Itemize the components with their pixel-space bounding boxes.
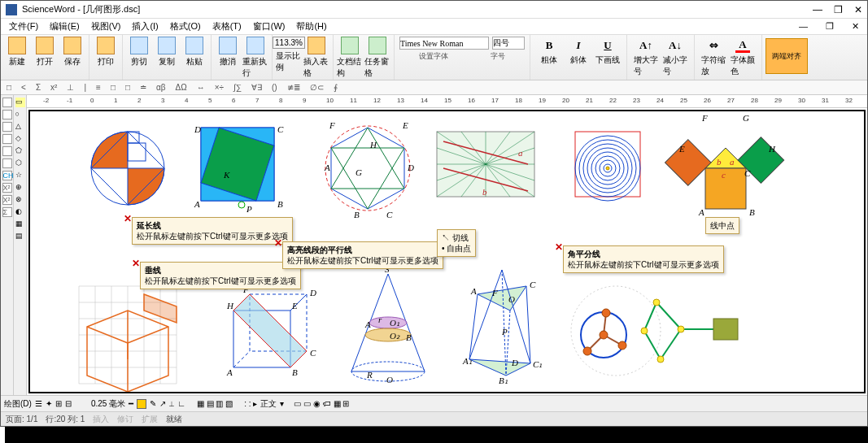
svg-text:A₁: A₁ (462, 356, 472, 366)
maximize-button[interactable]: ❐ (834, 4, 843, 15)
svg-point-151 (653, 299, 660, 306)
draw-label[interactable]: 绘图(D) (4, 398, 32, 410)
svg-rect-3 (128, 143, 146, 161)
paste-button[interactable]: 粘贴 (181, 37, 207, 67)
svg-rect-61 (665, 140, 712, 186)
menu-edit[interactable]: 编辑(E) (45, 19, 85, 34)
font-color-button[interactable]: A字体颜色 (731, 38, 755, 77)
svg-text:b: b (717, 157, 722, 167)
tooltip-parallel: 高亮线段的平行线松开鼠标左键前按下Ctrl键可显示更多选项 (282, 241, 443, 269)
svg-line-147 (644, 331, 661, 359)
menu-window[interactable]: 窗口(W) (248, 19, 290, 34)
shrink-font-button[interactable]: A↓减小字号 (663, 38, 687, 77)
document-canvas[interactable]: D C A B K P A B C D E F G H a b (28, 110, 866, 393)
tooltip-bisector: 角平分线松开鼠标左键前按下Ctrl键可显示更多选项 (563, 245, 724, 273)
horizontal-ruler: -2-1012345678910111213141516171819202122… (27, 95, 867, 108)
svg-line-122 (469, 294, 478, 359)
svg-text:P: P (246, 204, 252, 214)
svg-text:C₁: C₁ (533, 359, 542, 369)
svg-text:A: A (470, 286, 477, 296)
mdi-restore[interactable]: ❐ (821, 20, 839, 33)
underline-button[interactable]: U下画线 (595, 38, 620, 66)
svg-text:A: A (226, 367, 233, 377)
svg-text:E: E (291, 301, 298, 311)
svg-text:C: C (530, 280, 536, 289)
mdi-close[interactable]: ✕ (847, 20, 864, 33)
justify-button[interactable]: 两端对齐 (765, 38, 808, 74)
mdi-minimize[interactable]: — (794, 20, 813, 33)
menubar: 文件(F) 编辑(E) 视图(V) 插入(I) 格式(O) 表格(T) 窗口(W… (1, 19, 867, 35)
copy-button[interactable]: 复制 (154, 37, 180, 67)
menu-help[interactable]: 帮助(H) (291, 19, 331, 34)
svg-rect-155 (713, 319, 738, 340)
ribbon: 新建 打开 保存 打印 剪切 复制 粘贴 撤消 重新执行 113.3%显示比例 … (1, 35, 867, 80)
formula-toolbar: □ < Σ x² ⊥ | ≡ □ □ ≐ αβ ΔΩ ↔ ×÷ ∫∑ ∀∃ ()… (1, 80, 867, 95)
bold-button[interactable]: B粗体 (537, 38, 561, 66)
menu-format[interactable]: 格式(O) (165, 19, 206, 34)
svg-point-16 (238, 202, 245, 208)
new-button[interactable]: 新建 (4, 37, 30, 67)
svg-text:F: F (701, 113, 708, 123)
svg-marker-121 (469, 359, 530, 376)
svg-line-125 (469, 270, 502, 359)
svg-line-126 (502, 270, 530, 363)
svg-text:B: B (277, 199, 283, 209)
italic-button[interactable]: I斜体 (566, 38, 591, 66)
insert-table-button[interactable]: 插入表格 (303, 37, 329, 79)
svg-text:C: C (277, 124, 284, 134)
open-button[interactable]: 打开 (32, 37, 58, 67)
menu-view[interactable]: 视图(V) (86, 19, 126, 34)
svg-text:K: K (223, 170, 230, 180)
svg-point-142 (583, 347, 591, 355)
svg-point-153 (657, 356, 664, 363)
svg-point-145 (600, 331, 608, 339)
minimize-button[interactable]: — (813, 4, 822, 15)
svg-text:O: O (508, 294, 515, 304)
redo-button[interactable]: 重新执行 (242, 37, 268, 79)
svg-text:H: H (369, 140, 377, 150)
grow-font-button[interactable]: A↑增大字号 (634, 38, 658, 77)
svg-text:C: C (310, 348, 316, 358)
svg-text:O: O (386, 375, 393, 384)
svg-text:G: G (743, 113, 749, 123)
font-name-input[interactable] (399, 37, 489, 50)
svg-text:F: F (491, 288, 498, 298)
tooltip-tangent: ↖ 切线• 自由点 (437, 229, 476, 257)
print-button[interactable]: 打印 (93, 37, 119, 67)
left-toolbar-2: ▭ ○△◇⬠⬡☆⊕⊗◐▦▤ (14, 95, 27, 395)
svg-point-154 (678, 326, 684, 332)
svg-text:O₁: O₁ (390, 318, 399, 328)
menu-file[interactable]: 文件(F) (4, 19, 43, 34)
task-pane-button[interactable]: 任务窗格 (364, 37, 390, 79)
status-bar: 页面: 1/1 行:20 列: 1 插入 修订 扩展 就绪 (1, 411, 867, 426)
svg-text:H: H (768, 144, 776, 154)
zoom-button[interactable]: 113.3%显示比例 (276, 37, 302, 79)
svg-text:H: H (226, 301, 234, 311)
save-button[interactable]: 保存 (59, 37, 85, 67)
undo-button[interactable]: 撤消 (215, 37, 241, 79)
font-size-input[interactable] (492, 37, 525, 50)
menu-table[interactable]: 表格(T) (207, 19, 246, 34)
close-button[interactable]: ✕ (854, 4, 862, 15)
svg-text:C: C (386, 210, 393, 219)
svg-text:a: a (730, 157, 735, 167)
drawing-toolbar: 绘图(D) ☰✦⊞⊟ 0.25 毫米 ━ ✎↗⟂∟ ▦ ▤ ▥ ▧ : : ▸ … (1, 395, 867, 411)
svg-text:F: F (329, 120, 335, 130)
svg-marker-120 (478, 286, 526, 311)
svg-text:A: A (364, 319, 371, 329)
svg-text:C: C (744, 168, 751, 178)
svg-text:B: B (292, 367, 298, 377)
svg-text:G: G (355, 167, 362, 177)
svg-text:D: D (194, 124, 201, 134)
svg-text:R: R (366, 370, 373, 380)
svg-text:a: a (518, 148, 523, 158)
titlebar: ScienceWord - [几何图形.dsc] — ❐ ✕ (1, 1, 867, 19)
svg-text:E: E (678, 144, 685, 154)
cut-button[interactable]: 剪切 (126, 37, 152, 67)
svg-marker-20 (331, 148, 404, 209)
svg-text:A: A (324, 163, 330, 172)
char-scale-button[interactable]: ⇔字符缩放 (701, 38, 726, 77)
menu-insert[interactable]: 插入(I) (127, 19, 163, 34)
svg-text:A: A (698, 207, 704, 217)
doc-structure-button[interactable]: 文档结构 (337, 37, 363, 79)
